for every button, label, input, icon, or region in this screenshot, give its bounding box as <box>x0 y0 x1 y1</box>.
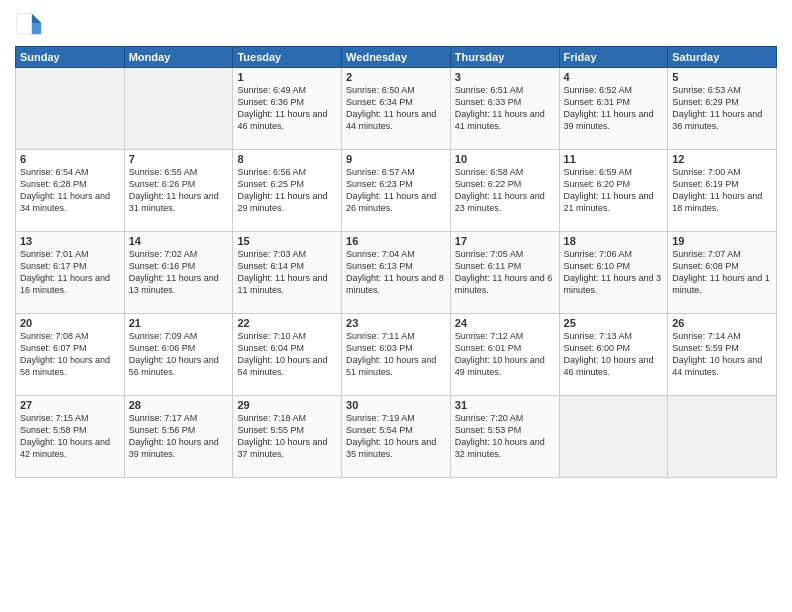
day-info: Sunrise: 7:01 AMSunset: 6:17 PMDaylight:… <box>20 248 120 297</box>
day-number: 19 <box>672 235 772 247</box>
day-info: Sunrise: 7:17 AMSunset: 5:56 PMDaylight:… <box>129 412 229 461</box>
day-info: Sunrise: 7:07 AMSunset: 6:08 PMDaylight:… <box>672 248 772 297</box>
day-info: Sunrise: 7:19 AMSunset: 5:54 PMDaylight:… <box>346 412 446 461</box>
day-number: 4 <box>564 71 664 83</box>
day-number: 3 <box>455 71 555 83</box>
day-cell: 18Sunrise: 7:06 AMSunset: 6:10 PMDayligh… <box>559 232 668 314</box>
day-number: 30 <box>346 399 446 411</box>
day-cell <box>668 396 777 478</box>
day-cell <box>16 68 125 150</box>
day-info: Sunrise: 7:11 AMSunset: 6:03 PMDaylight:… <box>346 330 446 379</box>
day-number: 15 <box>237 235 337 247</box>
day-cell: 24Sunrise: 7:12 AMSunset: 6:01 PMDayligh… <box>450 314 559 396</box>
day-info: Sunrise: 6:57 AMSunset: 6:23 PMDaylight:… <box>346 166 446 215</box>
day-info: Sunrise: 7:08 AMSunset: 6:07 PMDaylight:… <box>20 330 120 379</box>
day-cell: 6Sunrise: 6:54 AMSunset: 6:28 PMDaylight… <box>16 150 125 232</box>
day-info: Sunrise: 7:14 AMSunset: 5:59 PMDaylight:… <box>672 330 772 379</box>
day-cell: 27Sunrise: 7:15 AMSunset: 5:58 PMDayligh… <box>16 396 125 478</box>
day-number: 28 <box>129 399 229 411</box>
week-row-1: 1Sunrise: 6:49 AMSunset: 6:36 PMDaylight… <box>16 68 777 150</box>
week-row-5: 27Sunrise: 7:15 AMSunset: 5:58 PMDayligh… <box>16 396 777 478</box>
day-number: 31 <box>455 399 555 411</box>
day-number: 25 <box>564 317 664 329</box>
day-number: 1 <box>237 71 337 83</box>
header <box>15 10 777 38</box>
day-cell: 12Sunrise: 7:00 AMSunset: 6:19 PMDayligh… <box>668 150 777 232</box>
day-info: Sunrise: 7:02 AMSunset: 6:16 PMDaylight:… <box>129 248 229 297</box>
header-row: SundayMondayTuesdayWednesdayThursdayFrid… <box>16 47 777 68</box>
day-info: Sunrise: 6:58 AMSunset: 6:22 PMDaylight:… <box>455 166 555 215</box>
day-info: Sunrise: 6:53 AMSunset: 6:29 PMDaylight:… <box>672 84 772 133</box>
day-number: 17 <box>455 235 555 247</box>
day-cell: 9Sunrise: 6:57 AMSunset: 6:23 PMDaylight… <box>342 150 451 232</box>
day-number: 23 <box>346 317 446 329</box>
day-cell <box>559 396 668 478</box>
header-cell-thursday: Thursday <box>450 47 559 68</box>
day-number: 13 <box>20 235 120 247</box>
day-cell: 26Sunrise: 7:14 AMSunset: 5:59 PMDayligh… <box>668 314 777 396</box>
day-cell: 7Sunrise: 6:55 AMSunset: 6:26 PMDaylight… <box>124 150 233 232</box>
day-info: Sunrise: 6:52 AMSunset: 6:31 PMDaylight:… <box>564 84 664 133</box>
day-cell: 3Sunrise: 6:51 AMSunset: 6:33 PMDaylight… <box>450 68 559 150</box>
day-number: 2 <box>346 71 446 83</box>
week-row-3: 13Sunrise: 7:01 AMSunset: 6:17 PMDayligh… <box>16 232 777 314</box>
day-number: 12 <box>672 153 772 165</box>
day-info: Sunrise: 7:10 AMSunset: 6:04 PMDaylight:… <box>237 330 337 379</box>
day-number: 9 <box>346 153 446 165</box>
day-info: Sunrise: 7:12 AMSunset: 6:01 PMDaylight:… <box>455 330 555 379</box>
day-info: Sunrise: 6:50 AMSunset: 6:34 PMDaylight:… <box>346 84 446 133</box>
main-container: SundayMondayTuesdayWednesdayThursdayFrid… <box>0 0 792 486</box>
day-cell: 14Sunrise: 7:02 AMSunset: 6:16 PMDayligh… <box>124 232 233 314</box>
day-info: Sunrise: 7:13 AMSunset: 6:00 PMDaylight:… <box>564 330 664 379</box>
day-cell: 25Sunrise: 7:13 AMSunset: 6:00 PMDayligh… <box>559 314 668 396</box>
logo <box>15 10 47 38</box>
day-info: Sunrise: 7:00 AMSunset: 6:19 PMDaylight:… <box>672 166 772 215</box>
day-info: Sunrise: 7:09 AMSunset: 6:06 PMDaylight:… <box>129 330 229 379</box>
day-number: 10 <box>455 153 555 165</box>
day-cell: 17Sunrise: 7:05 AMSunset: 6:11 PMDayligh… <box>450 232 559 314</box>
day-cell: 2Sunrise: 6:50 AMSunset: 6:34 PMDaylight… <box>342 68 451 150</box>
day-cell: 20Sunrise: 7:08 AMSunset: 6:07 PMDayligh… <box>16 314 125 396</box>
day-info: Sunrise: 6:54 AMSunset: 6:28 PMDaylight:… <box>20 166 120 215</box>
day-cell: 13Sunrise: 7:01 AMSunset: 6:17 PMDayligh… <box>16 232 125 314</box>
svg-rect-3 <box>17 14 32 35</box>
calendar-table: SundayMondayTuesdayWednesdayThursdayFrid… <box>15 46 777 478</box>
day-number: 6 <box>20 153 120 165</box>
day-info: Sunrise: 6:59 AMSunset: 6:20 PMDaylight:… <box>564 166 664 215</box>
day-number: 18 <box>564 235 664 247</box>
day-number: 21 <box>129 317 229 329</box>
day-cell: 29Sunrise: 7:18 AMSunset: 5:55 PMDayligh… <box>233 396 342 478</box>
day-number: 22 <box>237 317 337 329</box>
day-info: Sunrise: 6:49 AMSunset: 6:36 PMDaylight:… <box>237 84 337 133</box>
logo-icon <box>15 10 43 38</box>
day-number: 20 <box>20 317 120 329</box>
day-cell: 4Sunrise: 6:52 AMSunset: 6:31 PMDaylight… <box>559 68 668 150</box>
day-info: Sunrise: 7:15 AMSunset: 5:58 PMDaylight:… <box>20 412 120 461</box>
header-cell-friday: Friday <box>559 47 668 68</box>
day-cell: 16Sunrise: 7:04 AMSunset: 6:13 PMDayligh… <box>342 232 451 314</box>
day-cell: 10Sunrise: 6:58 AMSunset: 6:22 PMDayligh… <box>450 150 559 232</box>
header-cell-tuesday: Tuesday <box>233 47 342 68</box>
week-row-2: 6Sunrise: 6:54 AMSunset: 6:28 PMDaylight… <box>16 150 777 232</box>
day-cell: 8Sunrise: 6:56 AMSunset: 6:25 PMDaylight… <box>233 150 342 232</box>
day-info: Sunrise: 7:20 AMSunset: 5:53 PMDaylight:… <box>455 412 555 461</box>
week-row-4: 20Sunrise: 7:08 AMSunset: 6:07 PMDayligh… <box>16 314 777 396</box>
day-cell: 28Sunrise: 7:17 AMSunset: 5:56 PMDayligh… <box>124 396 233 478</box>
day-cell: 11Sunrise: 6:59 AMSunset: 6:20 PMDayligh… <box>559 150 668 232</box>
day-number: 26 <box>672 317 772 329</box>
day-number: 27 <box>20 399 120 411</box>
day-info: Sunrise: 6:56 AMSunset: 6:25 PMDaylight:… <box>237 166 337 215</box>
day-number: 7 <box>129 153 229 165</box>
day-cell: 5Sunrise: 6:53 AMSunset: 6:29 PMDaylight… <box>668 68 777 150</box>
header-cell-wednesday: Wednesday <box>342 47 451 68</box>
day-number: 8 <box>237 153 337 165</box>
day-cell: 23Sunrise: 7:11 AMSunset: 6:03 PMDayligh… <box>342 314 451 396</box>
day-cell <box>124 68 233 150</box>
day-cell: 21Sunrise: 7:09 AMSunset: 6:06 PMDayligh… <box>124 314 233 396</box>
day-info: Sunrise: 7:18 AMSunset: 5:55 PMDaylight:… <box>237 412 337 461</box>
header-cell-saturday: Saturday <box>668 47 777 68</box>
day-number: 24 <box>455 317 555 329</box>
day-cell: 19Sunrise: 7:07 AMSunset: 6:08 PMDayligh… <box>668 232 777 314</box>
day-info: Sunrise: 7:06 AMSunset: 6:10 PMDaylight:… <box>564 248 664 297</box>
day-info: Sunrise: 7:05 AMSunset: 6:11 PMDaylight:… <box>455 248 555 297</box>
